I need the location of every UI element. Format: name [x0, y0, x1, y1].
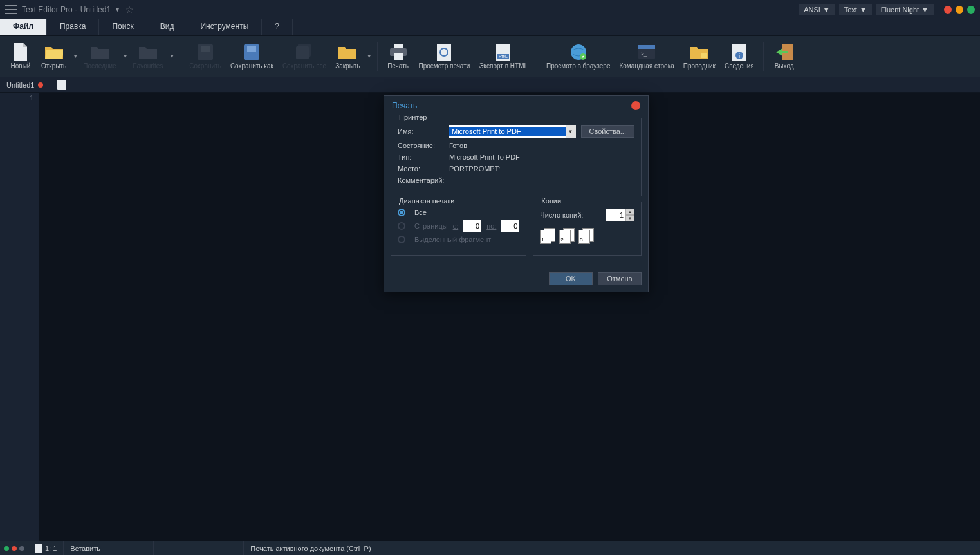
maximize-window-icon[interactable] — [967, 6, 975, 14]
ribbon-print-preview[interactable]: Просмотр печати — [415, 42, 474, 71]
status-doc-icon[interactable]: 1: 1 — [28, 541, 64, 555]
status-hint: Печать активного документа (Ctrl+P) — [244, 541, 980, 555]
format-dropdown[interactable]: Text▼ — [839, 4, 872, 15]
chevron-down-icon[interactable]: ▼ — [169, 53, 174, 59]
save-all-icon — [295, 43, 313, 61]
print-dialog: Печать Принтер Имя: Microsoft Print to P… — [384, 95, 649, 292]
collate-icon: 11 22 33 — [540, 228, 634, 245]
html-export-icon: HTML — [494, 43, 512, 61]
modified-indicator-icon — [38, 82, 43, 88]
close-window-icon[interactable] — [944, 6, 952, 14]
printer-where: PORTPROMPT: — [449, 165, 500, 173]
doc-tab[interactable]: Untitled1 — [0, 79, 50, 91]
copies-fieldset: Копии Число копий: ▲▼ 11 22 33 — [533, 202, 642, 256]
chevron-down-icon[interactable]: ▼ — [123, 53, 128, 59]
ribbon-export-html[interactable]: HTML Экспорт в HTML — [475, 42, 532, 71]
svg-rect-19 — [701, 53, 707, 58]
svg-rect-24 — [35, 544, 42, 553]
print-preview-icon — [435, 43, 453, 61]
pages-from-input[interactable] — [463, 220, 481, 232]
ribbon-explorer[interactable]: Проводник — [680, 42, 719, 71]
menu-bar: Файл Правка Поиск Вид Инструменты ? — [0, 19, 980, 36]
document-tabs: Untitled1 — [0, 77, 980, 93]
ribbon-save: Сохранить — [185, 42, 225, 71]
menu-tab-view[interactable]: Вид — [147, 19, 188, 35]
dialog-titlebar[interactable]: Печать — [384, 96, 648, 115]
favourites-folder-icon — [139, 43, 157, 61]
open-folder-icon — [45, 43, 63, 61]
titlebar: Text Editor Pro - Untitled1 ▼ ☆ ANSI▼ Te… — [0, 0, 980, 19]
explorer-icon — [690, 43, 708, 61]
line-gutter: 1 — [0, 93, 39, 541]
ribbon-recent: Последние — [79, 42, 120, 71]
menu-tab-tools[interactable]: Инструменты — [187, 19, 262, 35]
spinner-up-icon[interactable]: ▲ — [625, 209, 634, 215]
save-icon — [196, 43, 214, 61]
printer-status: Готов — [449, 142, 467, 149]
window-controls — [944, 6, 975, 14]
ribbon-favourites: Favourites — [129, 42, 167, 71]
menu-tab-edit[interactable]: Правка — [47, 19, 100, 35]
radio-all[interactable] — [398, 209, 405, 216]
info-icon: i — [730, 43, 748, 61]
titlebar-text: Text Editor Pro - Untitled1 ▼ — [22, 5, 120, 14]
svg-rect-6 — [394, 44, 403, 48]
ribbon: Новый Открыть ▼ Последние ▼ Favourites ▼… — [0, 36, 980, 77]
terminal-icon: >_ — [638, 43, 656, 61]
minimize-window-icon[interactable] — [956, 6, 963, 14]
dialog-close-icon[interactable] — [631, 101, 640, 110]
svg-rect-1 — [201, 46, 210, 52]
recent-folder-icon — [91, 43, 109, 61]
theme-dropdown[interactable]: Fluent Night▼ — [876, 4, 934, 15]
encoding-dropdown[interactable]: ANSI▼ — [799, 4, 835, 15]
svg-text:>_: >_ — [641, 51, 647, 57]
favorite-star-icon[interactable]: ☆ — [125, 5, 134, 15]
chevron-down-icon[interactable]: ▼ — [367, 53, 372, 59]
status-mode[interactable]: Вставить — [64, 541, 154, 555]
ok-button[interactable]: OK — [549, 272, 593, 285]
printer-name-label: Имя: — [398, 127, 444, 135]
menu-tab-search[interactable]: Поиск — [99, 19, 147, 35]
svg-rect-5 — [296, 46, 309, 59]
line-number: 1 — [1, 94, 33, 102]
svg-rect-8 — [394, 53, 403, 60]
globe-icon — [569, 43, 587, 61]
menu-tab-file[interactable]: Файл — [0, 19, 47, 35]
ribbon-new[interactable]: Новый — [5, 42, 36, 71]
radio-selection[interactable] — [398, 236, 405, 243]
radio-pages[interactable] — [398, 222, 405, 230]
ribbon-open[interactable]: Открыть — [37, 42, 70, 71]
ribbon-cmd[interactable]: >_ Командная строка — [615, 42, 678, 71]
exit-icon — [775, 43, 793, 61]
hamburger-menu-icon[interactable] — [5, 5, 17, 14]
ribbon-save-as[interactable]: Сохранить как — [227, 42, 277, 71]
svg-rect-3 — [247, 46, 256, 52]
doc-name[interactable]: Untitled1 — [80, 5, 111, 14]
svg-text:i: i — [739, 53, 740, 59]
range-fieldset: Диапазон печати Все Страницы с: по: Выде… — [391, 202, 526, 256]
printer-icon — [389, 43, 407, 61]
status-spacer — [154, 541, 244, 555]
menu-tab-help[interactable]: ? — [262, 19, 293, 35]
ribbon-close[interactable]: Закрыть — [331, 42, 364, 71]
chevron-down-icon[interactable]: ▼ — [115, 6, 120, 13]
svg-rect-17 — [638, 45, 655, 49]
svg-text:HTML: HTML — [499, 55, 508, 59]
svg-rect-9 — [437, 44, 451, 61]
cancel-button[interactable]: Отмена — [598, 272, 642, 285]
ribbon-exit[interactable]: Выход — [769, 42, 800, 71]
status-bar: 1: 1 Вставить Печать активного документа… — [0, 541, 980, 555]
printer-type: Microsoft Print To PDF — [449, 153, 520, 161]
spinner-down-icon[interactable]: ▼ — [625, 215, 634, 221]
ribbon-info[interactable]: i Сведения — [721, 42, 758, 71]
chevron-down-icon[interactable]: ▼ — [73, 53, 78, 59]
app-name: Text Editor Pro — [22, 5, 73, 14]
ribbon-print[interactable]: Печать — [383, 42, 414, 71]
printer-name-select[interactable]: Microsoft Print to PDF ▼ — [449, 125, 576, 138]
copies-spinner[interactable]: ▲▼ — [606, 209, 634, 221]
doc-icon[interactable] — [57, 80, 66, 90]
ribbon-browser[interactable]: Просмотр в браузере — [542, 42, 614, 71]
pages-to-input[interactable] — [501, 220, 519, 232]
printer-properties-button[interactable]: Свойства... — [581, 125, 634, 138]
chevron-down-icon[interactable]: ▼ — [566, 125, 576, 138]
